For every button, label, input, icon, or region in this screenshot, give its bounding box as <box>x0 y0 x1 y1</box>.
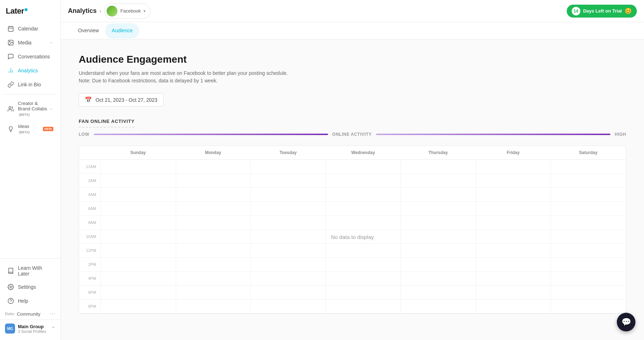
profile-avatar-inner <box>107 6 117 16</box>
sidebar-item-learn[interactable]: Learn With Later <box>2 262 58 280</box>
sidebar-label-conversations: Conversations <box>18 54 50 59</box>
refer-dots-icon[interactable]: ··· <box>50 311 55 317</box>
heatmap-row: 2PM <box>79 258 626 272</box>
sidebar-item-conversations[interactable]: Conversations <box>2 50 58 63</box>
refer-label: Refer <box>5 312 15 316</box>
sidebar-item-calendar[interactable]: Calendar <box>2 22 58 35</box>
heatmap-header: Sunday Monday Tuesday Wednesday Thursday… <box>79 146 626 160</box>
heatmap-cell <box>176 272 251 285</box>
description-line2: Note: Due to Facebook restrictions, data… <box>79 77 626 85</box>
sidebar-item-ideas[interactable]: Ideas (BETA) NEW <box>2 120 58 138</box>
date-range-button[interactable]: 📅 Oct 21, 2023 - Oct 27, 2023 <box>79 93 164 106</box>
heatmap-cell <box>176 230 251 243</box>
heatmap-cell <box>101 160 176 173</box>
tab-audience[interactable]: Audience <box>105 23 139 38</box>
heatmap-time-label: 12PM <box>79 244 101 257</box>
heatmap-time-label: 6PM <box>79 286 101 299</box>
heatmap-body: 12AM2AM4AM6AM8AM10AM12PM2PM4PM6PM8PMNo d… <box>79 160 626 313</box>
heatmap-cell <box>401 216 476 229</box>
heatmap-cell <box>551 300 626 313</box>
sidebar-item-help[interactable]: Help <box>2 294 58 308</box>
heatmap-cell <box>250 216 326 229</box>
heatmap-cell <box>476 160 551 173</box>
heatmap-row: 8AM <box>79 216 626 230</box>
legend-gradient-bar <box>94 134 328 135</box>
heatmap-cell <box>476 188 551 201</box>
heatmap-cell <box>401 272 476 285</box>
heatmap-cell <box>176 216 251 229</box>
beta-badge-ideas: (BETA) <box>19 130 30 134</box>
sidebar-item-creator-brand[interactable]: Creator & Brand Collabs (BETA) → <box>2 97 58 120</box>
legend-mid-label: ONLINE ACTIVITY <box>332 132 372 137</box>
workspace-sub: 3 Social Profiles <box>18 329 50 334</box>
heatmap-col-saturday: Saturday <box>551 146 626 159</box>
logo-text: Later <box>6 6 24 16</box>
heatmap-cell <box>401 244 476 257</box>
beta-badge-creator: (BETA) <box>19 113 30 116</box>
heatmap-cell <box>401 286 476 299</box>
description-line1: Understand when your fans are most activ… <box>79 70 626 77</box>
workspace-name: Main Group <box>18 324 50 329</box>
heatmap-cell <box>101 258 176 271</box>
heatmap-col-sunday: Sunday <box>101 146 176 159</box>
sidebar-item-refer[interactable]: Refer Community ··· <box>0 308 60 320</box>
heatmap-col-tuesday: Tuesday <box>250 146 326 159</box>
heatmap-time-label: 4AM <box>79 188 101 201</box>
tab-overview[interactable]: Overview <box>72 23 105 38</box>
heatmap-cell <box>101 188 176 201</box>
sidebar-label-settings: Settings <box>18 284 36 290</box>
heatmap-cell <box>250 272 326 285</box>
sidebar-item-settings[interactable]: Settings <box>2 280 58 294</box>
tabs-container: Overview Audience <box>61 22 644 39</box>
heatmap-cell <box>176 160 251 173</box>
link-icon <box>7 81 14 88</box>
heatmap-cell <box>326 202 401 215</box>
community-label: Community <box>17 311 40 317</box>
sidebar-item-media[interactable]: Media → <box>2 36 58 49</box>
heatmap-time-header <box>79 146 101 159</box>
heatmap-row: 12AM <box>79 160 626 174</box>
sidebar-label-calendar: Calendar <box>18 26 38 32</box>
heatmap-cell <box>326 244 401 257</box>
media-arrow-icon: → <box>49 40 53 45</box>
nav-divider-1 <box>4 94 56 95</box>
heatmap-cell <box>476 216 551 229</box>
legend-high-label: HIGH <box>615 132 626 137</box>
sidebar-label-learn: Learn With Later <box>18 265 53 277</box>
heatmap-time-label: 4PM <box>79 272 101 285</box>
svg-point-10 <box>10 286 12 288</box>
calendar-icon: 📅 <box>85 96 92 103</box>
heatmap-cell <box>476 244 551 257</box>
sidebar: Later Calendar Media → Conversations <box>0 0 61 340</box>
sidebar-label-analytics: Analytics <box>18 68 38 73</box>
heatmap-row: 4PM <box>79 272 626 286</box>
heatmap-time-label: 2PM <box>79 258 101 271</box>
help-icon <box>7 297 14 305</box>
chat-icon <box>7 53 14 60</box>
heatmap-container: Sunday Monday Tuesday Wednesday Thursday… <box>79 145 626 314</box>
workspace-item[interactable]: MG Main Group 3 Social Profiles ⌃ <box>0 320 60 337</box>
heatmap-cell <box>326 300 401 313</box>
heatmap-row: 6AM <box>79 202 626 216</box>
heatmap-col-thursday: Thursday <box>401 146 476 159</box>
heatmap-cell <box>176 202 251 215</box>
chat-button[interactable]: 💬 <box>617 313 635 331</box>
heatmap-row: 10AM <box>79 230 626 244</box>
heatmap-cell <box>101 202 176 215</box>
sidebar-item-analytics[interactable]: Analytics <box>2 64 58 77</box>
breadcrumb-separator: › <box>99 8 101 14</box>
heatmap-cell <box>401 174 476 187</box>
heatmap-cell <box>326 230 401 243</box>
heatmap-cell <box>476 202 551 215</box>
date-range-label: Oct 21, 2023 - Oct 27, 2023 <box>96 97 157 103</box>
profile-dropdown-button[interactable]: Facebook ▾ <box>104 4 150 19</box>
heatmap-cell <box>551 258 626 271</box>
heatmap-cell <box>551 188 626 201</box>
svg-point-9 <box>9 106 11 109</box>
workspace-chevron-icon: ⌃ <box>51 326 55 331</box>
book-icon <box>7 267 14 274</box>
sidebar-item-link-in-bio[interactable]: Link in Bio <box>2 78 58 91</box>
profile-label: Facebook <box>120 8 141 14</box>
heatmap-cell <box>551 216 626 229</box>
heatmap-cell <box>101 300 176 313</box>
